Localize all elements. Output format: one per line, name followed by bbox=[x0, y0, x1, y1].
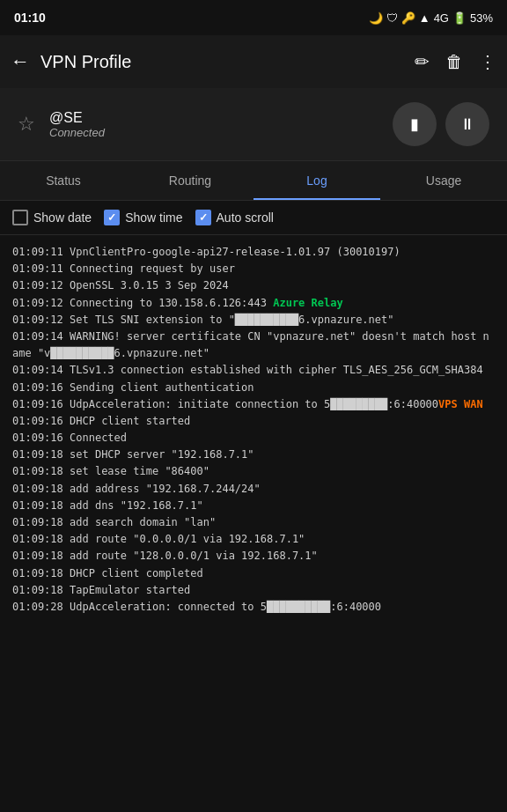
edit-button[interactable]: ✏ bbox=[415, 51, 430, 72]
log-line: 01:09:16 Connected bbox=[12, 430, 495, 447]
show-date-label: Show date bbox=[33, 210, 92, 225]
vpn-icon: 🔑 bbox=[401, 11, 415, 25]
profile-text: @SE Connected bbox=[49, 110, 105, 139]
log-line: 01:09:18 TapEmulator started bbox=[12, 582, 495, 599]
pause-button[interactable]: ⏸ bbox=[445, 102, 489, 146]
tab-log[interactable]: Log bbox=[254, 161, 380, 200]
log-line: 01:09:16 UdpAcceleration: initiate conne… bbox=[12, 396, 495, 413]
log-line: 01:09:18 add route "128.0.0.0/1 via 192.… bbox=[12, 548, 495, 565]
log-line: 01:09:14 WARNING! server certificate CN … bbox=[12, 328, 495, 362]
tab-status[interactable]: Status bbox=[0, 161, 127, 200]
profile-name: @SE bbox=[49, 110, 105, 126]
log-line: 01:09:11 Connecting request by user bbox=[12, 261, 495, 277]
log-line: 01:09:14 TLSv1.3 connection established … bbox=[12, 362, 495, 379]
app-bar: ← VPN Profile ✏ 🗑 ⋮ bbox=[0, 35, 507, 88]
star-icon[interactable]: ☆ bbox=[18, 113, 35, 136]
signal-icon: ▲ bbox=[419, 11, 430, 25]
auto-scroll-label: Auto scroll bbox=[217, 210, 274, 225]
log-line: 01:09:18 add route "0.0.0.0/1 via 192.16… bbox=[12, 531, 495, 548]
log-line: 01:09:18 DHCP client completed bbox=[12, 565, 495, 582]
back-button[interactable]: ← bbox=[11, 50, 30, 73]
battery-percent: 53% bbox=[470, 11, 493, 25]
log-line: 01:09:18 set lease time "86400" bbox=[12, 463, 495, 480]
show-time-label: Show time bbox=[125, 210, 182, 225]
tabs: Status Routing Log Usage bbox=[0, 161, 507, 201]
auto-scroll-checkbox-box[interactable] bbox=[195, 210, 211, 225]
lte-icon: 4G bbox=[434, 11, 449, 25]
status-bar: 01:10 🌙 🛡 🔑 ▲ 4G 🔋 53% bbox=[0, 0, 507, 35]
log-line: 01:09:12 OpenSSL 3.0.15 3 Sep 2024 bbox=[12, 277, 495, 294]
profile-info: ☆ @SE Connected bbox=[18, 110, 105, 139]
log-line: 01:09:28 UdpAcceleration: connected to 5… bbox=[12, 599, 495, 616]
log-line: 01:09:18 set DHCP server "192.168.7.1" bbox=[12, 447, 495, 463]
stop-button[interactable]: ▮ bbox=[393, 102, 437, 146]
more-button[interactable]: ⋮ bbox=[479, 51, 496, 72]
log-line: 01:09:16 DHCP client started bbox=[12, 413, 495, 430]
auto-scroll-checkbox[interactable]: Auto scroll bbox=[195, 210, 274, 225]
battery-icon: 🔋 bbox=[452, 11, 467, 25]
log-line: 01:09:16 Sending client authentication bbox=[12, 380, 495, 396]
delete-button[interactable]: 🗑 bbox=[445, 52, 463, 72]
tab-usage[interactable]: Usage bbox=[380, 161, 507, 200]
show-date-checkbox-box[interactable] bbox=[12, 210, 28, 225]
show-date-checkbox[interactable]: Show date bbox=[12, 210, 92, 225]
log-line: 01:09:12 Connecting to 130.158.6.126:443… bbox=[12, 295, 495, 312]
show-time-checkbox[interactable]: Show time bbox=[104, 210, 182, 225]
status-icons: 🌙 🛡 🔑 ▲ 4G 🔋 53% bbox=[369, 11, 493, 25]
log-line: 01:09:11 VpnClientPro-google-api27-relea… bbox=[12, 244, 495, 261]
profile-card: ☆ @SE Connected ▮ ⏸ bbox=[0, 88, 507, 161]
log-controls: Show date Show time Auto scroll bbox=[0, 201, 507, 235]
app-bar-actions: ✏ 🗑 ⋮ bbox=[415, 51, 496, 72]
log-area: 01:09:11 VpnClientPro-google-api27-relea… bbox=[0, 235, 507, 624]
profile-buttons: ▮ ⏸ bbox=[393, 102, 489, 146]
log-line: 01:09:18 add dns "192.168.7.1" bbox=[12, 498, 495, 514]
log-line: 01:09:12 Set TLS SNI extension to "█████… bbox=[12, 312, 495, 328]
log-line: 01:09:18 add search domain "lan" bbox=[12, 514, 495, 531]
profile-status: Connected bbox=[49, 126, 105, 139]
show-time-checkbox-box[interactable] bbox=[104, 210, 120, 225]
status-time: 01:10 bbox=[14, 11, 46, 25]
moon-icon: 🌙 bbox=[369, 11, 383, 25]
page-title: VPN Profile bbox=[40, 52, 415, 72]
shield-icon: 🛡 bbox=[386, 11, 398, 25]
log-line: 01:09:18 add address "192.168.7.244/24" bbox=[12, 481, 495, 498]
tab-routing[interactable]: Routing bbox=[127, 161, 254, 200]
